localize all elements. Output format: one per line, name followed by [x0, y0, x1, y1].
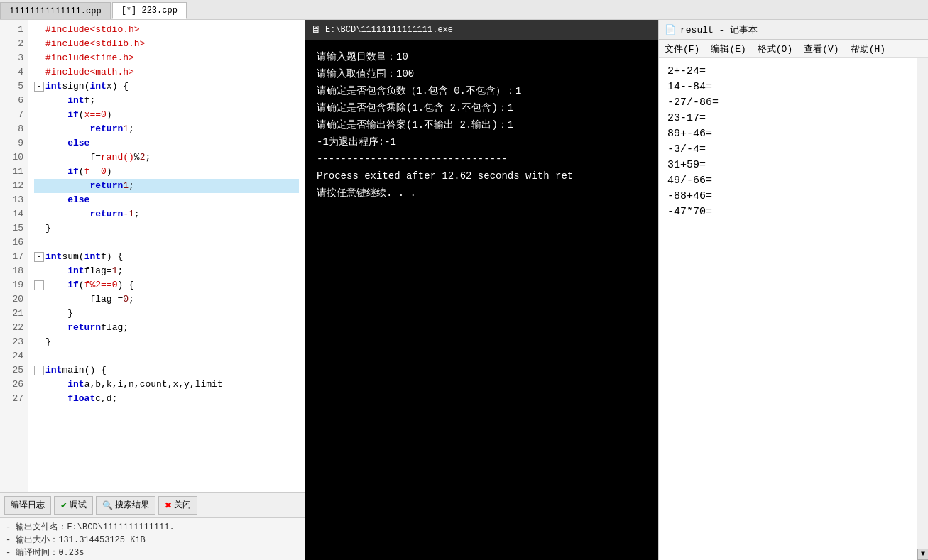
notepad-line: 2+-24=: [667, 64, 908, 79]
notepad-line: -3/-4=: [667, 142, 908, 158]
terminal-window-icon: 🖥: [311, 24, 321, 35]
notepad-line: 23-17=: [667, 111, 908, 126]
terminal-content[interactable]: 请输入题目数量：10请输入取值范围：100请确定是否包含负数（1.包含 0.不包…: [305, 40, 658, 560]
notepad-titlebar: 📄 result - 记事本: [659, 20, 928, 40]
notepad-scrollbar[interactable]: ▼: [917, 58, 928, 560]
code-line-3: #include<time.h>: [34, 51, 299, 65]
notepad-file-icon: 📄: [665, 24, 676, 35]
line-numbers: 1234567891011121314151617181920212223242…: [0, 20, 28, 492]
terminal-titlebar: 🖥 E:\BCD\11111111111111.exe: [305, 20, 658, 40]
code-line-22: return flag;: [34, 321, 299, 335]
code-line-24: [34, 349, 299, 363]
code-line-18: int flag=1;: [34, 264, 299, 278]
fold-button-17[interactable]: -: [34, 252, 44, 262]
debug-label: 调试: [70, 499, 87, 511]
terminal-title: E:\BCD\11111111111111.exe: [325, 25, 453, 35]
tabs-bar: 11111111111111.cpp [*] 223.cpp: [0, 0, 928, 20]
code-line-17: -int sum(int f) {: [34, 250, 299, 264]
notepad-menu-view[interactable]: 查看(V): [804, 43, 839, 55]
close-icon: ✖: [165, 500, 172, 510]
notepad-line: 89+-46=: [667, 126, 908, 142]
search-button[interactable]: 🔍 搜索结果: [96, 496, 155, 515]
code-line-19: - if(f%2==0) {: [34, 278, 299, 292]
terminal-line: 请确定是否包含负数（1.包含 0.不包含）：1: [317, 82, 647, 99]
code-line-21: }: [34, 307, 299, 321]
code-line-12: return 1;: [34, 179, 299, 193]
terminal-line: 请输入取值范围：100: [317, 65, 647, 82]
notepad-line: -88+46=: [667, 189, 908, 204]
code-line-10: f=rand()%2;: [34, 150, 299, 165]
code-line-15: }: [34, 221, 299, 236]
notepad-menubar: 文件(F) 编辑(E) 格式(O) 查看(V) 帮助(H): [659, 40, 928, 58]
terminal-line: 请确定是否包含乘除(1.包含 2.不包含)：1: [317, 99, 647, 116]
notepad-line: -27/-86=: [667, 95, 908, 111]
status-line1: - 输出文件名：E:\BCD\1111111111111.: [6, 521, 299, 534]
notepad-line: -47*70=: [667, 204, 908, 220]
terminal-line: --------------------------------: [317, 150, 647, 168]
code-line-6: int f;: [34, 94, 299, 108]
fold-button-25[interactable]: -: [34, 366, 44, 375]
tab2-label: [*] 223.cpp: [121, 6, 178, 16]
code-line-5: -int sign(int x) {: [34, 79, 299, 94]
notepad-menu-help[interactable]: 帮助(H): [851, 43, 885, 55]
terminal-line: 请确定是否输出答案(1.不输出 2.输出)：1: [317, 116, 647, 133]
search-icon: 🔍: [102, 500, 113, 510]
close-button[interactable]: ✖ 关闭: [158, 496, 197, 515]
notepad-scroll-down-btn[interactable]: ▼: [917, 549, 928, 560]
code-area: 1234567891011121314151617181920212223242…: [0, 20, 305, 492]
terminal-line: 请输入题目数量：10: [317, 48, 647, 65]
code-line-13: else: [34, 193, 299, 207]
code-line-11: if(f==0): [34, 165, 299, 179]
status-line2: - 输出大小：131.314453125 KiB: [6, 534, 299, 547]
terminal-panel: 🖥 E:\BCD\11111111111111.exe 请输入题目数量：10请输…: [305, 20, 658, 560]
app-container: 11111111111111.cpp [*] 223.cpp 123456789…: [0, 0, 928, 560]
notepad-menu-file[interactable]: 文件(F): [665, 43, 699, 55]
code-line-4: #include<math.h>: [34, 65, 299, 79]
notepad-title: result - 记事本: [680, 23, 758, 36]
notepad-menu-format[interactable]: 格式(O): [758, 43, 792, 55]
code-line-9: else: [34, 136, 299, 150]
tab-file2[interactable]: [*] 223.cpp: [112, 2, 187, 19]
code-line-7: if(x==0): [34, 108, 299, 122]
close-label: 关闭: [174, 499, 191, 511]
code-line-2: #include<stdlib.h>: [34, 37, 299, 51]
notepad-content[interactable]: 2+-24=14--84=-27/-86=23-17=89+-46=-3/-4=…: [659, 58, 917, 560]
terminal-line: Process exited after 12.62 seconds with …: [317, 168, 647, 185]
code-line-14: return -1;: [34, 207, 299, 221]
search-label: 搜索结果: [115, 499, 149, 511]
tab1-label: 11111111111111.cpp: [9, 6, 102, 16]
compile-log-label: 编译日志: [11, 499, 45, 511]
code-line-23: }: [34, 335, 299, 349]
code-line-1: #include<stdio.h>: [34, 23, 299, 37]
code-panel: 1234567891011121314151617181920212223242…: [0, 20, 305, 560]
bottom-toolbar: 编译日志 ✔ 调试 🔍 搜索结果 ✖ 关闭: [0, 492, 305, 517]
debug-button[interactable]: ✔ 调试: [54, 496, 93, 515]
terminal-line: 请按任意键继续. . .: [317, 185, 647, 202]
notepad-menu-edit[interactable]: 编辑(E): [711, 43, 746, 55]
main-content: 1234567891011121314151617181920212223242…: [0, 20, 928, 560]
fold-button-19[interactable]: -: [34, 280, 44, 290]
debug-icon: ✔: [60, 500, 67, 510]
code-line-20: flag = 0;: [34, 292, 299, 307]
code-content[interactable]: #include<stdio.h>#include<stdlib.h>#incl…: [28, 20, 305, 492]
status-line3: - 编译时间：0.23s: [6, 547, 299, 559]
notepad-panel: 📄 result - 记事本 文件(F) 编辑(E) 格式(O) 查看(V) 帮…: [658, 20, 928, 560]
code-line-27: float c,d;: [34, 392, 299, 406]
terminal-line: -1为退出程序:-1: [317, 133, 647, 150]
notepad-line: 49/-66=: [667, 173, 908, 189]
code-line-26: int a,b,k,i,n,count,x,y,limit: [34, 378, 299, 392]
code-line-8: return 1;: [34, 122, 299, 136]
notepad-scrollbar-area: 2+-24=14--84=-27/-86=23-17=89+-46=-3/-4=…: [659, 58, 928, 560]
compile-log-button[interactable]: 编译日志: [4, 496, 51, 515]
code-line-16: [34, 236, 299, 250]
notepad-line: 31+59=: [667, 158, 908, 173]
fold-button-5[interactable]: -: [34, 82, 44, 92]
status-bar: - 输出文件名：E:\BCD\1111111111111. - 输出大小：131…: [0, 517, 305, 560]
tab-file1[interactable]: 11111111111111.cpp: [0, 2, 111, 19]
code-line-25: -int main() {: [34, 363, 299, 378]
notepad-line: 14--84=: [667, 79, 908, 95]
